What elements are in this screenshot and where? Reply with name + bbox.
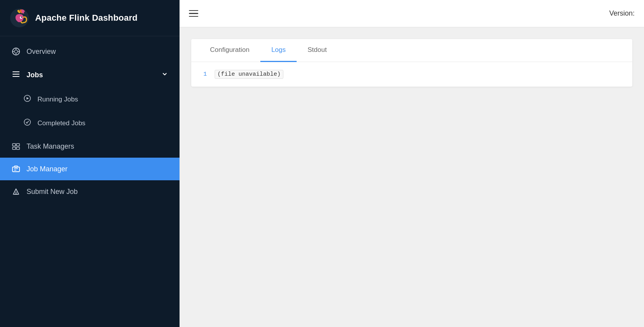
svg-point-4	[14, 50, 18, 53]
svg-rect-18	[16, 147, 20, 149]
flink-logo-icon	[9, 8, 30, 28]
sidebar-item-job-manager[interactable]: Job Manager	[0, 158, 180, 180]
overview-icon	[12, 47, 20, 56]
sidebar-item-jobs[interactable]: Jobs	[0, 63, 180, 87]
hamburger-line-3	[189, 16, 198, 17]
sidebar-item-task-managers[interactable]: Task Managers	[0, 135, 180, 158]
tab-logs[interactable]: Logs	[260, 39, 297, 62]
running-jobs-icon	[23, 94, 31, 104]
jobs-chevron-icon	[162, 71, 168, 79]
sidebar-item-running-jobs[interactable]: Running Jobs	[0, 87, 180, 111]
sidebar-item-completed-jobs-label: Completed Jobs	[37, 119, 85, 127]
svg-rect-19	[12, 167, 20, 172]
tab-configuration[interactable]: Configuration	[199, 39, 260, 62]
sidebar-item-submit-new-job-label: Submit New Job	[27, 188, 78, 196]
sidebar-header: Apache Flink Dashboard	[0, 0, 180, 36]
log-content-area: 1 (file unavailable)	[191, 62, 632, 87]
sidebar-title: Apache Flink Dashboard	[35, 13, 137, 23]
content-area: Configuration Logs Stdout 1 (file unavai…	[180, 27, 644, 327]
sidebar-item-jobs-label: Jobs	[27, 71, 43, 79]
sidebar-item-submit-new-job[interactable]: Submit New Job	[0, 180, 180, 203]
svg-point-2	[21, 17, 22, 18]
svg-point-14	[24, 119, 30, 125]
svg-marker-13	[27, 97, 29, 100]
sidebar-item-job-manager-label: Job Manager	[27, 165, 68, 173]
log-line-number: 1	[191, 71, 215, 78]
svg-rect-16	[16, 144, 20, 146]
top-bar: Version:	[180, 0, 644, 27]
sidebar-nav: Overview Jobs	[0, 36, 180, 327]
jobs-left: Jobs	[12, 70, 43, 80]
submit-job-icon	[12, 187, 20, 196]
log-line-text: (file unavailable)	[215, 70, 283, 79]
completed-jobs-icon	[23, 118, 31, 128]
sidebar-item-completed-jobs[interactable]: Completed Jobs	[0, 111, 180, 135]
log-line-1: 1 (file unavailable)	[191, 70, 632, 79]
hamburger-line-2	[189, 13, 198, 14]
main-card: Configuration Logs Stdout 1 (file unavai…	[191, 39, 632, 87]
sidebar-toggle-button[interactable]	[189, 10, 198, 17]
task-managers-icon	[12, 142, 20, 151]
sidebar: Apache Flink Dashboard Overview	[0, 0, 180, 327]
svg-rect-22	[14, 166, 18, 167]
tab-stdout[interactable]: Stdout	[297, 39, 338, 62]
sidebar-item-running-jobs-label: Running Jobs	[37, 96, 78, 103]
version-label: Version:	[609, 9, 635, 18]
sidebar-item-overview[interactable]: Overview	[0, 40, 180, 63]
tab-bar: Configuration Logs Stdout	[191, 39, 632, 62]
svg-rect-15	[12, 144, 16, 146]
main-content: Version: Configuration Logs Stdout 1	[180, 0, 644, 327]
svg-rect-17	[12, 147, 16, 149]
sidebar-item-task-managers-label: Task Managers	[27, 142, 74, 151]
job-manager-icon	[12, 165, 20, 173]
sidebar-item-overview-label: Overview	[27, 48, 56, 56]
jobs-icon	[12, 70, 20, 80]
hamburger-line-1	[189, 10, 198, 11]
